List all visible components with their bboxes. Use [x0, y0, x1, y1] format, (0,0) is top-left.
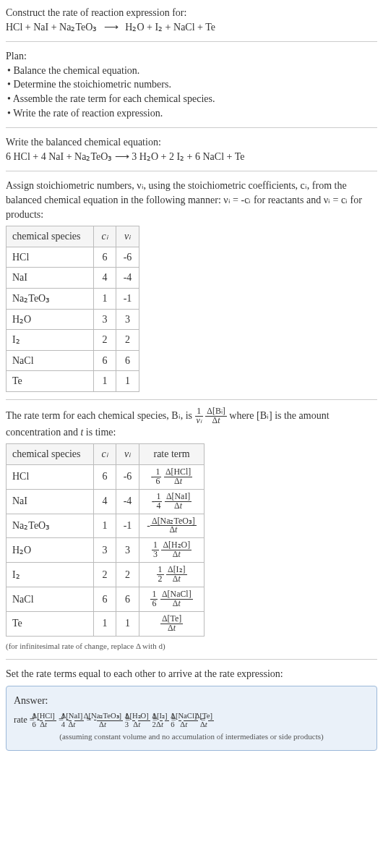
rate-term-table: chemical species cᵢ νᵢ rate term HCl6-6-…: [6, 443, 205, 636]
balanced-equation: 6 HCl + 4 NaI + Na₂TeO₃ ⟶ 3 H₂O + 2 I₂ +…: [6, 150, 377, 164]
table-row: HCl6-6: [7, 247, 139, 268]
plan-item: Determine the stoichiometric numbers.: [7, 77, 377, 92]
table-row: I₂22: [7, 330, 139, 351]
table-header-row: chemical species cᵢ νᵢ: [7, 226, 139, 247]
table-row: Te11Δ[Te]Δt: [7, 611, 205, 636]
rate-cell: -Δ[Na₂TeO₃]Δt: [139, 514, 204, 538]
col-vi: νᵢ: [116, 226, 139, 247]
plan-section: Plan: Balance the chemical equation. Det…: [6, 49, 377, 120]
unbalanced-equation: HCl + NaI + Na₂TeO₃ ⟶ H₂O + I₂ + NaCl + …: [6, 20, 377, 35]
plan-item: Balance the chemical equation.: [7, 64, 377, 78]
table-header-row: chemical species cᵢ νᵢ rate term: [7, 444, 205, 465]
rate-cell: 12 Δ[I₂]Δt: [139, 563, 204, 587]
divider: [6, 171, 377, 171]
rate-cell: -14 Δ[NaI]Δt: [139, 489, 204, 514]
stoich-intro: Assign stoichiometric numbers, νᵢ, using…: [6, 179, 377, 221]
fraction: 1νᵢ: [195, 407, 203, 425]
table-row: NaCl66: [7, 350, 139, 371]
table-note: (for infinitesimal rate of change, repla…: [6, 641, 377, 652]
table-row: I₂2212 Δ[I₂]Δt: [7, 563, 205, 587]
table-row: H₂O33: [7, 309, 139, 330]
balanced-section: Write the balanced chemical equation: 6 …: [6, 135, 377, 163]
balanced-title: Write the balanced chemical equation:: [6, 135, 377, 150]
divider: [6, 399, 377, 400]
rate-cell: 13 Δ[H₂O]Δt: [139, 538, 204, 563]
table-row: H₂O3313 Δ[H₂O]Δt: [7, 538, 205, 563]
final-intro: Set the rate terms equal to each other t…: [6, 667, 377, 681]
table-row: Na₂TeO₃1-1-Δ[Na₂TeO₃]Δt: [7, 514, 205, 538]
plan-title: Plan:: [6, 49, 377, 64]
reactants: HCl + NaI + Na₂TeO₃: [6, 22, 97, 33]
fraction: Δ[Bᵢ]Δt: [205, 407, 227, 425]
table-row: Na₂TeO₃1-1: [7, 288, 139, 309]
table-row: NaCl6616 Δ[NaCl]Δt: [7, 587, 205, 611]
rate-cell: 16 Δ[NaCl]Δt: [139, 587, 204, 611]
divider: [6, 41, 377, 42]
stoich-table: chemical species cᵢ νᵢ HCl6-6 NaI4-4 Na₂…: [6, 226, 139, 392]
col-ci: cᵢ: [94, 226, 116, 247]
table-row: HCl6-6-16 Δ[HCl]Δt: [7, 464, 205, 489]
table-row: Te11: [7, 371, 139, 392]
problem-header: Construct the rate of reaction expressio…: [6, 6, 377, 34]
rate-term-intro: The rate term for each chemical species,…: [6, 407, 377, 439]
rate-cell: -16 Δ[HCl]Δt: [139, 464, 204, 489]
col-species: chemical species: [7, 226, 94, 247]
rate-expression: rate = -16 Δ[HCl]Δt = -14 Δ[NaI]Δt = -Δ[…: [14, 712, 369, 728]
plan-list: Balance the chemical equation. Determine…: [6, 64, 377, 120]
divider: [6, 127, 377, 128]
plan-item: Assemble the rate term for each chemical…: [7, 92, 377, 106]
divider: [6, 659, 377, 660]
rate-cell: Δ[Te]Δt: [139, 611, 204, 636]
problem-title: Construct the rate of reaction expressio…: [6, 6, 377, 20]
table-row: NaI4-4-14 Δ[NaI]Δt: [7, 489, 205, 514]
plan-item: Write the rate of reaction expression.: [7, 106, 377, 121]
arrow-icon: ⟶: [104, 22, 119, 33]
table-row: NaI4-4: [7, 268, 139, 289]
answer-note: (assuming constant volume and no accumul…: [14, 731, 369, 742]
products: H₂O + I₂ + NaCl + Te: [125, 22, 215, 33]
answer-label: Answer:: [14, 694, 369, 708]
answer-box: Answer: rate = -16 Δ[HCl]Δt = -14 Δ[NaI]…: [6, 686, 377, 751]
